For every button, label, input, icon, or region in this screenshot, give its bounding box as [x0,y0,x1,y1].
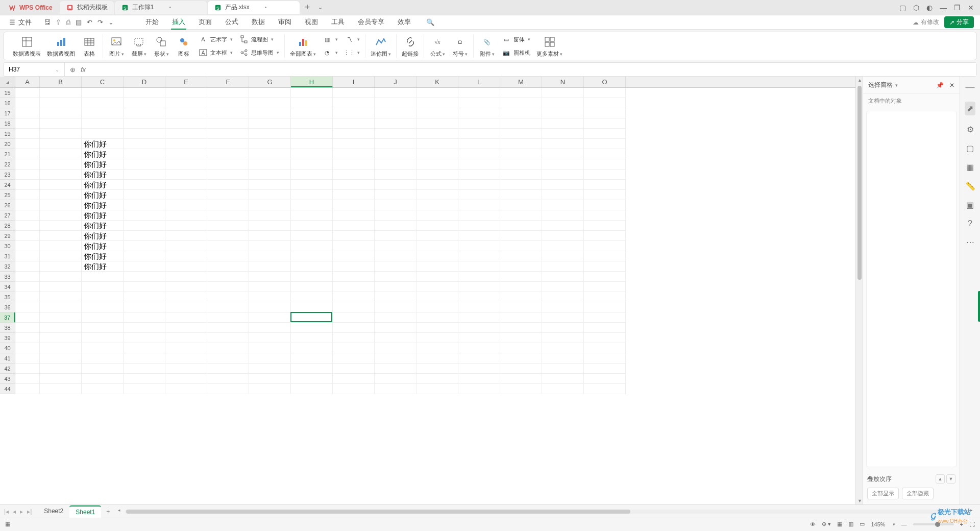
fullscreen-icon[interactable]: ⛶ [969,521,975,527]
cell[interactable]: 你们好 [82,190,124,200]
cell[interactable] [124,190,165,200]
cell[interactable] [15,282,40,292]
panel-icon[interactable]: ▢ [899,4,906,12]
cell[interactable] [249,343,291,353]
cell[interactable] [375,251,416,261]
cell[interactable] [124,88,165,98]
cell[interactable] [249,200,291,210]
cell[interactable] [584,210,626,221]
cell[interactable] [40,251,82,261]
ruler-tool-icon[interactable]: 📏 [965,181,975,191]
cell[interactable] [15,364,40,374]
cell[interactable] [291,129,333,139]
cell[interactable] [207,180,249,190]
collapse-rail-icon[interactable]: — [966,82,975,92]
tab-product[interactable]: S 产品.xlsx • [208,1,300,14]
zoom-value[interactable]: 145% [871,521,885,527]
cell[interactable] [584,98,626,108]
cell[interactable] [165,190,207,200]
cell[interactable] [249,374,291,384]
cell[interactable] [249,312,291,323]
cell[interactable] [542,312,584,323]
cell[interactable] [500,323,542,333]
cell[interactable] [165,159,207,170]
layout-tool-icon[interactable]: ▣ [966,200,974,210]
cell[interactable] [500,170,542,180]
cell[interactable] [124,231,165,241]
cell[interactable] [291,312,333,323]
menu-tab-工具[interactable]: 工具 [330,15,346,30]
cell[interactable] [542,88,584,98]
row-header[interactable]: 25 [0,190,15,200]
cell[interactable] [165,180,207,190]
cell[interactable] [584,159,626,170]
cell[interactable] [458,312,500,323]
cell[interactable] [15,272,40,282]
sheet-nav-prev[interactable]: ◂ [13,508,16,515]
attachment-button[interactable]: 📎 附件▾ [479,35,495,58]
cell[interactable] [40,210,82,221]
menu-tab-会员专享[interactable]: 会员专享 [357,15,385,30]
cell[interactable] [15,343,40,353]
pivot-chart-button[interactable]: 数据透视图 [47,35,75,58]
column-header-J[interactable]: J [375,77,416,87]
row-header[interactable]: 42 [0,364,15,374]
cell[interactable] [500,129,542,139]
cell[interactable] [165,272,207,282]
cell[interactable] [291,323,333,333]
cell[interactable] [375,190,416,200]
cell[interactable] [333,221,375,231]
cell[interactable] [375,210,416,221]
cell[interactable] [15,118,40,129]
cell[interactable] [82,312,124,323]
column-header-H[interactable]: H [291,77,333,87]
cell[interactable] [82,384,124,394]
cell[interactable] [165,98,207,108]
name-box[interactable]: H37 ⌄ [4,63,65,76]
cell[interactable] [124,302,165,312]
cell[interactable] [458,292,500,302]
cell[interactable] [291,200,333,210]
cell[interactable] [500,384,542,394]
cell[interactable] [40,302,82,312]
all-charts-button[interactable]: 全部图表▾ [290,35,316,58]
cell[interactable] [416,210,458,221]
cell[interactable] [15,200,40,210]
grid-tool-icon[interactable]: ▦ [966,162,974,172]
cell[interactable] [416,139,458,149]
cell[interactable] [15,139,40,149]
undo-icon[interactable]: ↶ [87,18,92,26]
cell[interactable] [500,292,542,302]
row-header[interactable]: 21 [0,149,15,159]
cell[interactable] [416,231,458,241]
cell[interactable] [15,374,40,384]
cell[interactable] [82,374,124,384]
cell[interactable] [15,241,40,251]
cell[interactable] [584,88,626,98]
cell[interactable] [542,241,584,251]
cell[interactable] [333,200,375,210]
cell[interactable] [584,292,626,302]
cell[interactable] [291,108,333,118]
cell[interactable] [500,231,542,241]
row-header[interactable]: 37 [0,312,15,323]
row-header[interactable]: 44 [0,384,15,394]
cell[interactable] [375,129,416,139]
cell[interactable] [542,292,584,302]
print-icon[interactable]: ⎙ [66,18,70,26]
cell[interactable] [291,98,333,108]
column-chart-button[interactable]: ▥▾ [322,33,338,45]
cell[interactable] [333,118,375,129]
cell[interactable] [375,98,416,108]
cell[interactable] [40,272,82,282]
cell[interactable] [15,108,40,118]
cell[interactable] [333,353,375,364]
view-page-icon[interactable]: ▥ [848,521,853,527]
cell[interactable] [458,221,500,231]
cell[interactable] [207,302,249,312]
cell[interactable] [291,241,333,251]
cell[interactable] [333,261,375,272]
cell[interactable] [500,88,542,98]
cell[interactable] [416,323,458,333]
menu-tab-数据[interactable]: 数据 [251,15,266,30]
